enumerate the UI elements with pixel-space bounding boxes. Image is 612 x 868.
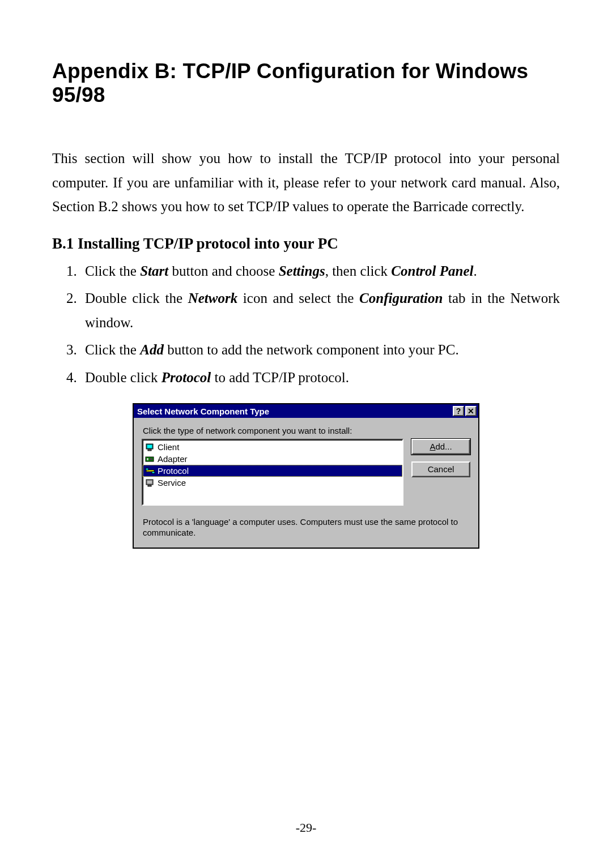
list-item-client[interactable]: Client <box>143 441 402 453</box>
list-item-protocol[interactable]: Protocol <box>143 465 402 477</box>
dialog-titlebar[interactable]: Select Network Component Type ? ✕ <box>134 404 478 418</box>
page-number: -29- <box>0 820 612 835</box>
list-item-label: Adapter <box>158 454 188 464</box>
svg-rect-1 <box>147 445 152 448</box>
dialog-description: Protocol is a 'language' a computer uses… <box>143 517 469 538</box>
dialog-instruction: Click the type of network component you … <box>143 426 470 435</box>
svg-rect-10 <box>147 481 152 484</box>
page-title: Appendix B: TCP/IP Configuration for Win… <box>52 59 560 107</box>
dialog-select-network-component-type: Select Network Component Type ? ✕ Click … <box>133 403 479 549</box>
svg-rect-5 <box>150 458 152 460</box>
add-button[interactable]: Add... <box>411 439 470 455</box>
list-item-service[interactable]: Service <box>143 477 402 489</box>
step-3: Click the Add button to add the network … <box>80 338 560 362</box>
step-2: Double click the Network icon and select… <box>80 287 560 335</box>
list-item-label: Protocol <box>158 466 189 476</box>
list-item-label: Client <box>158 442 179 452</box>
intro-paragraph: This section will show you how to instal… <box>52 147 560 219</box>
svg-rect-4 <box>147 458 148 460</box>
list-item-label: Service <box>158 478 186 488</box>
svg-rect-8 <box>152 472 155 473</box>
dialog-title: Select Network Component Type <box>137 407 452 416</box>
help-button[interactable]: ? <box>453 406 464 416</box>
adapter-icon <box>145 455 155 464</box>
close-button[interactable]: ✕ <box>465 406 477 416</box>
svg-rect-11 <box>148 485 151 486</box>
protocol-icon <box>145 467 155 476</box>
component-type-listbox[interactable]: Client Adapter Protocol Service <box>142 439 403 506</box>
step-4: Double click Protocol to add TCP/IP prot… <box>80 366 560 390</box>
section-heading: B.1 Installing TCP/IP protocol into your… <box>52 235 560 253</box>
svg-rect-2 <box>148 450 151 451</box>
cancel-button[interactable]: Cancel <box>411 461 470 477</box>
svg-rect-7 <box>146 468 148 470</box>
step-1: Click the Start button and choose Settin… <box>80 259 560 284</box>
list-item-adapter[interactable]: Adapter <box>143 453 402 465</box>
service-icon <box>145 478 155 488</box>
client-icon <box>145 443 155 452</box>
step-list: Click the Start button and choose Settin… <box>52 259 560 390</box>
